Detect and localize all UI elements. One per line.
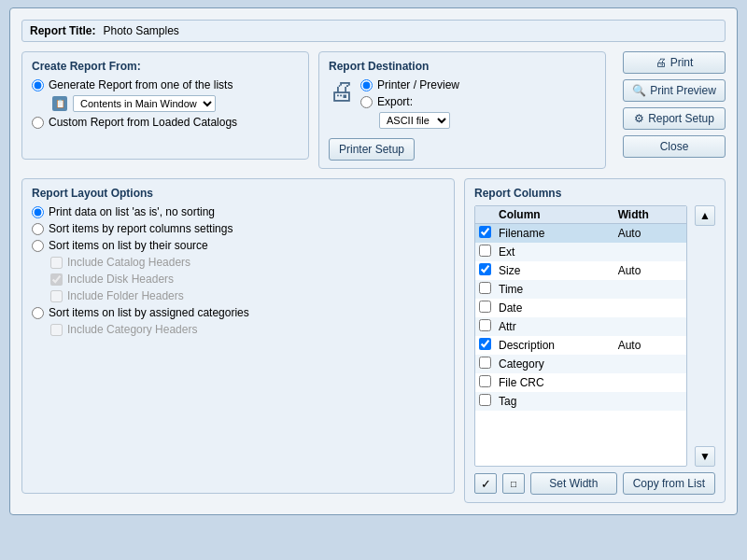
main-window-select[interactable]: Contents in Main Window Marked Items Sea… bbox=[73, 95, 216, 112]
layout-asis-row[interactable]: Print data on list 'as is', no sorting bbox=[32, 205, 444, 218]
catalog-headers-row[interactable]: Include Catalog Headers bbox=[50, 256, 444, 269]
col-header-column: Column bbox=[495, 206, 614, 224]
columns-bottom-bar: ✓ □ Set Width Copy from List bbox=[474, 472, 715, 495]
table-row: Tag bbox=[475, 392, 686, 411]
catalog-headers-checkbox[interactable] bbox=[50, 257, 63, 269]
disk-headers-label: Include Disk Headers bbox=[67, 273, 174, 286]
col-checkbox[interactable] bbox=[479, 245, 491, 257]
category-headers-row[interactable]: Include Category Headers bbox=[50, 323, 444, 336]
col-checkbox-cell[interactable] bbox=[475, 355, 495, 373]
col-checkbox-cell[interactable] bbox=[475, 243, 495, 261]
export-radio[interactable] bbox=[360, 96, 373, 108]
col-checkbox[interactable] bbox=[479, 301, 491, 313]
col-name-cell: Size bbox=[495, 261, 614, 280]
col-checkbox[interactable] bbox=[479, 226, 491, 238]
check-all-button[interactable]: ✓ bbox=[474, 473, 497, 494]
report-setup-button[interactable]: ⚙ Report Setup bbox=[623, 107, 726, 130]
generate-radio[interactable] bbox=[32, 79, 44, 91]
folder-headers-row[interactable]: Include Folder Headers bbox=[50, 289, 444, 302]
export-label: Export: bbox=[377, 95, 413, 108]
col-checkbox[interactable] bbox=[479, 357, 491, 369]
move-up-button[interactable]: ▲ bbox=[695, 205, 715, 226]
table-row: Ext bbox=[475, 243, 686, 261]
layout-category-row[interactable]: Sort items on list by assigned categorie… bbox=[32, 306, 444, 319]
layout-sort-radio[interactable] bbox=[32, 223, 44, 235]
col-checkbox[interactable] bbox=[479, 394, 491, 406]
col-checkbox-cell[interactable] bbox=[475, 280, 495, 299]
category-headers-checkbox[interactable] bbox=[50, 324, 63, 336]
print-preview-icon: 🔍 bbox=[632, 84, 646, 97]
table-row: Filename Auto bbox=[475, 224, 686, 244]
layout-sort-row[interactable]: Sort items by report columns settings bbox=[32, 222, 444, 235]
copy-from-list-button[interactable]: Copy from List bbox=[623, 472, 715, 495]
printer-preview-row[interactable]: Printer / Preview bbox=[360, 78, 459, 91]
report-title-label: Report Title: bbox=[30, 24, 95, 37]
col-width-cell bbox=[614, 355, 686, 373]
col-name-cell: Time bbox=[495, 280, 614, 299]
folder-headers-label: Include Folder Headers bbox=[67, 289, 184, 302]
printer-setup-button[interactable]: Printer Setup bbox=[329, 138, 415, 161]
layout-category-label: Sort items on list by assigned categorie… bbox=[49, 306, 249, 319]
layout-options-title: Report Layout Options bbox=[32, 187, 444, 200]
table-row: Date bbox=[475, 299, 686, 317]
export-row[interactable]: Export: bbox=[360, 95, 459, 108]
col-checkbox-cell[interactable] bbox=[475, 373, 495, 392]
col-checkbox-cell[interactable] bbox=[475, 317, 495, 336]
layout-asis-label: Print data on list 'as is', no sorting bbox=[49, 205, 215, 218]
report-destination-title: Report Destination bbox=[329, 60, 596, 73]
dropdown-icon: 📋 bbox=[52, 96, 67, 111]
top-row: Create Report From: Generate Report from… bbox=[21, 51, 726, 169]
col-checkbox[interactable] bbox=[479, 375, 491, 387]
columns-table: Column Width Filename Auto Ext bbox=[475, 206, 686, 411]
create-report-section: Create Report From: Generate Report from… bbox=[21, 51, 309, 160]
col-header-check bbox=[475, 206, 495, 224]
printer-radio[interactable] bbox=[360, 79, 373, 91]
export-format-select[interactable]: ASCII file HTML file CSV file bbox=[379, 112, 450, 129]
col-checkbox[interactable] bbox=[479, 338, 491, 350]
report-destination-section: Report Destination 🖨 Printer / Preview E… bbox=[318, 51, 606, 169]
custom-radio-row[interactable]: Custom Report from Loaded Catalogs bbox=[32, 116, 299, 129]
col-checkbox-cell[interactable] bbox=[475, 336, 495, 355]
table-row: Size Auto bbox=[475, 261, 686, 280]
col-width-cell bbox=[614, 243, 686, 261]
col-checkbox[interactable] bbox=[479, 282, 491, 294]
col-width-cell: Auto bbox=[614, 336, 686, 355]
catalog-headers-label: Include Catalog Headers bbox=[67, 256, 190, 269]
col-width-cell bbox=[614, 317, 686, 336]
set-width-button[interactable]: Set Width bbox=[530, 472, 617, 495]
disk-headers-checkbox[interactable] bbox=[50, 273, 63, 286]
report-title-input[interactable] bbox=[103, 24, 717, 37]
uncheck-all-button[interactable]: □ bbox=[502, 473, 525, 494]
print-icon: 🖨 bbox=[655, 56, 667, 69]
generate-label: Generate Report from one of the lists bbox=[49, 78, 233, 91]
print-button[interactable]: 🖨 Print bbox=[623, 51, 726, 74]
generate-radio-row[interactable]: Generate Report from one of the lists bbox=[32, 78, 299, 91]
col-header-width: Width bbox=[614, 206, 686, 224]
col-checkbox-cell[interactable] bbox=[475, 224, 495, 244]
category-headers-label: Include Category Headers bbox=[67, 323, 197, 336]
table-row: Attr bbox=[475, 317, 686, 336]
layout-category-radio[interactable] bbox=[32, 307, 44, 319]
col-checkbox-cell[interactable] bbox=[475, 261, 495, 280]
layout-asis-radio[interactable] bbox=[32, 206, 44, 218]
layout-source-radio[interactable] bbox=[32, 240, 44, 252]
bottom-row: Report Layout Options Print data on list… bbox=[21, 178, 726, 503]
create-report-title: Create Report From: bbox=[32, 60, 299, 73]
close-button[interactable]: Close bbox=[623, 135, 726, 158]
custom-label: Custom Report from Loaded Catalogs bbox=[49, 116, 237, 129]
report-setup-icon: ⚙ bbox=[634, 112, 644, 125]
disk-headers-row[interactable]: Include Disk Headers bbox=[50, 273, 444, 286]
col-checkbox[interactable] bbox=[479, 263, 491, 275]
move-down-button[interactable]: ▼ bbox=[695, 446, 715, 467]
printer-label: Printer / Preview bbox=[377, 78, 459, 91]
col-checkbox-cell[interactable] bbox=[475, 392, 495, 411]
report-columns-section: Report Columns Column Width bbox=[464, 178, 726, 503]
col-checkbox-cell[interactable] bbox=[475, 299, 495, 317]
layout-source-row[interactable]: Sort items on list by their source bbox=[32, 239, 444, 252]
col-checkbox[interactable] bbox=[479, 319, 491, 331]
right-buttons: 🖨 Print 🔍 Print Preview ⚙ Report Setup C… bbox=[623, 51, 726, 169]
folder-headers-checkbox[interactable] bbox=[50, 290, 63, 302]
col-width-cell bbox=[614, 392, 686, 411]
custom-radio[interactable] bbox=[32, 117, 44, 129]
print-preview-button[interactable]: 🔍 Print Preview bbox=[623, 79, 726, 102]
